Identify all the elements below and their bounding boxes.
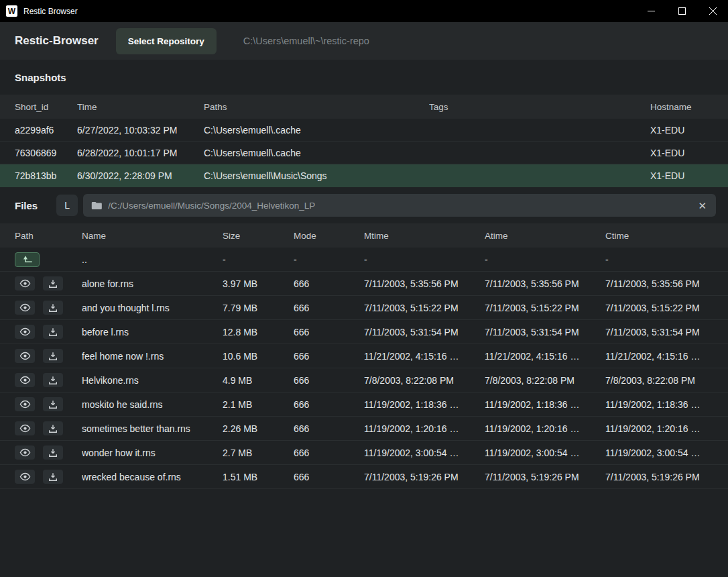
file-name: and you thought l.rns: [82, 303, 223, 313]
file-ctime: 7/11/2003, 5:19:26 PM: [605, 472, 713, 482]
file-size: 1.51 MB: [223, 472, 294, 482]
file-name: before l.rns: [82, 327, 223, 337]
file-name: wonder how it.rns: [82, 448, 223, 458]
file-name: Helvikone.rns: [82, 375, 223, 386]
file-mtime: 11/19/2002, 1:20:16 …: [364, 423, 485, 434]
file-atime: 7/11/2003, 5:35:56 PM: [485, 278, 605, 289]
file-mode: 666: [294, 303, 364, 313]
restore-file-button[interactable]: [43, 470, 63, 484]
column-mode: Mode: [294, 231, 364, 241]
repository-path: C:\Users\emuell\~\restic-repo: [243, 36, 369, 46]
restore-file-button[interactable]: [43, 421, 63, 435]
column-tags: Tags: [429, 102, 650, 112]
file-atime: 11/19/2002, 1:18:36 …: [485, 399, 605, 410]
file-mtime: 11/21/2002, 4:15:16 …: [364, 351, 485, 362]
snapshots-table-header: Short_id Time Paths Tags Hostname: [0, 95, 728, 119]
snapshot-short-id: 76306869: [15, 148, 77, 158]
file-ctime: 11/19/2002, 3:00:54 …: [605, 448, 713, 458]
preview-file-button[interactable]: [15, 421, 35, 435]
preview-file-button[interactable]: [15, 301, 35, 315]
file-row: sometimes better than.rns 2.26 MB 666 11…: [0, 417, 728, 441]
restore-file-button[interactable]: [43, 397, 63, 411]
file-ctime: 11/19/2002, 1:18:36 …: [605, 399, 713, 410]
file-name: feel home now !.rns: [82, 351, 223, 362]
snapshot-row[interactable]: a2299af6 6/27/2022, 10:03:32 PM C:\Users…: [0, 119, 728, 142]
preview-file-button[interactable]: [15, 470, 35, 484]
snapshot-row-selected[interactable]: 72b813bb 6/30/2022, 2:28:09 PM C:\Users\…: [0, 164, 728, 187]
file-size: 10.6 MB: [223, 351, 294, 362]
download-icon: [48, 376, 58, 385]
file-mode: 666: [294, 375, 364, 386]
file-row: and you thought l.rns 7.79 MB 666 7/11/2…: [0, 296, 728, 320]
restore-file-button[interactable]: [43, 445, 63, 460]
minimize-icon: [648, 7, 655, 15]
preview-file-button[interactable]: [15, 349, 35, 363]
eye-icon: [19, 472, 31, 481]
eye-icon: [19, 303, 31, 312]
restore-file-button[interactable]: [43, 276, 63, 291]
snapshot-hostname: X1-EDU: [650, 148, 713, 158]
snapshot-hostname: X1-EDU: [650, 125, 713, 136]
file-mode: -: [294, 254, 364, 265]
eye-icon: [19, 352, 31, 360]
clear-icon: ✕: [698, 200, 707, 211]
close-icon: [709, 7, 717, 15]
go-up-directory-button[interactable]: [15, 252, 40, 267]
restore-file-button[interactable]: [43, 373, 63, 387]
preview-file-button[interactable]: [15, 397, 35, 411]
snapshot-row[interactable]: 76306869 6/28/2022, 10:01:17 PM C:\Users…: [0, 142, 728, 164]
file-row: moskito he said.rns 2.1 MB 666 11/19/200…: [0, 392, 728, 417]
file-size: 3.97 MB: [223, 278, 294, 289]
column-short-id: Short_id: [15, 102, 77, 112]
file-atime: 11/19/2002, 1:20:16 …: [485, 423, 605, 434]
column-hostname: Hostname: [650, 102, 713, 112]
clear-path-button[interactable]: ✕: [696, 201, 708, 211]
restore-file-button[interactable]: [43, 301, 63, 315]
file-mtime: 11/19/2002, 1:18:36 …: [364, 399, 485, 410]
files-table-header: Path Name Size Mode Mtime Atime Ctime: [0, 223, 728, 248]
file-ctime: 7/11/2003, 5:35:56 PM: [605, 278, 713, 289]
file-row: wonder how it.rns 2.7 MB 666 11/19/2002,…: [0, 441, 728, 465]
snapshot-short-id: a2299af6: [15, 125, 77, 136]
close-button[interactable]: [697, 0, 728, 22]
column-mtime: Mtime: [364, 231, 485, 241]
preview-file-button[interactable]: [15, 325, 35, 339]
file-size: 2.7 MB: [223, 448, 294, 458]
file-atime: 11/21/2002, 4:15:16 …: [485, 351, 605, 362]
file-atime: 7/11/2003, 5:15:22 PM: [485, 303, 605, 313]
download-icon: [48, 472, 58, 482]
up-directory-icon: [21, 255, 34, 264]
minimize-button[interactable]: [635, 0, 666, 22]
snapshot-time: 6/27/2022, 10:03:32 PM: [77, 125, 204, 136]
app-header: Restic-Browser Select Repository C:\User…: [0, 22, 728, 60]
maximize-button[interactable]: [666, 0, 697, 22]
file-mode: 666: [294, 327, 364, 337]
file-name: ..: [82, 254, 223, 265]
files-path-input[interactable]: /C:/Users/emuell/Music/Songs/2004_Helvet…: [83, 194, 716, 217]
file-name: wrecked because of.rns: [82, 472, 223, 482]
restore-file-button[interactable]: [43, 349, 63, 363]
download-icon: [48, 352, 58, 361]
eye-icon: [19, 400, 31, 409]
column-time: Time: [77, 102, 204, 112]
eye-icon: [19, 327, 31, 336]
snapshot-paths: C:\Users\emuell\.cache: [204, 125, 429, 136]
preview-file-button[interactable]: [15, 445, 35, 460]
file-mode: 666: [294, 423, 364, 434]
files-mode-toggle-button[interactable]: L: [56, 195, 78, 216]
preview-file-button[interactable]: [15, 373, 35, 387]
file-mode: 666: [294, 448, 364, 458]
file-mode: 666: [294, 472, 364, 482]
preview-file-button[interactable]: [15, 276, 35, 291]
snapshot-time: 6/28/2022, 10:01:17 PM: [77, 148, 204, 158]
eye-icon: [19, 376, 31, 384]
file-size: 2.26 MB: [223, 423, 294, 434]
file-mtime: 7/11/2003, 5:31:54 PM: [364, 327, 485, 337]
wails-app-icon: W: [6, 5, 17, 17]
file-row: wrecked because of.rns 1.51 MB 666 7/11/…: [0, 465, 728, 489]
select-repository-button[interactable]: Select Repository: [116, 28, 217, 54]
file-atime: -: [485, 254, 605, 265]
file-ctime: -: [605, 254, 713, 265]
restore-file-button[interactable]: [43, 325, 63, 339]
file-size: 7.79 MB: [223, 303, 294, 313]
